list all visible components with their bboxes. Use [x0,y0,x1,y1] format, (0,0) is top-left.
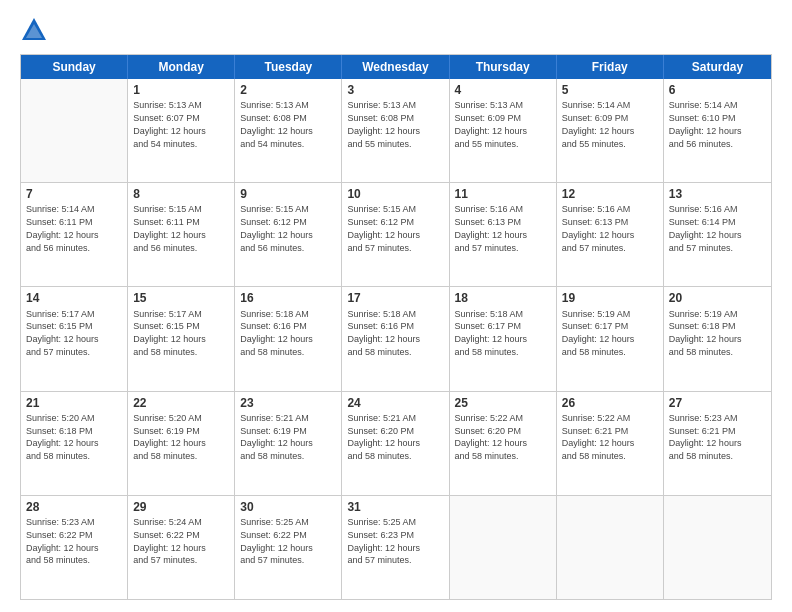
calendar-cell: 16Sunrise: 5:18 AM Sunset: 6:16 PM Dayli… [235,287,342,390]
cell-info: Sunrise: 5:18 AM Sunset: 6:17 PM Dayligh… [455,309,528,357]
calendar-row-5: 28Sunrise: 5:23 AM Sunset: 6:22 PM Dayli… [21,496,771,599]
day-number: 6 [669,82,766,98]
cell-info: Sunrise: 5:20 AM Sunset: 6:18 PM Dayligh… [26,413,99,461]
weekday-header-monday: Monday [128,55,235,79]
weekday-header-tuesday: Tuesday [235,55,342,79]
calendar-row-3: 14Sunrise: 5:17 AM Sunset: 6:15 PM Dayli… [21,287,771,391]
calendar-header: SundayMondayTuesdayWednesdayThursdayFrid… [21,55,771,79]
cell-info: Sunrise: 5:13 AM Sunset: 6:08 PM Dayligh… [240,100,313,148]
cell-info: Sunrise: 5:16 AM Sunset: 6:13 PM Dayligh… [455,204,528,252]
day-number: 1 [133,82,229,98]
calendar-cell: 2Sunrise: 5:13 AM Sunset: 6:08 PM Daylig… [235,79,342,182]
weekday-header-friday: Friday [557,55,664,79]
calendar-cell: 13Sunrise: 5:16 AM Sunset: 6:14 PM Dayli… [664,183,771,286]
day-number: 26 [562,395,658,411]
calendar-cell: 18Sunrise: 5:18 AM Sunset: 6:17 PM Dayli… [450,287,557,390]
day-number: 16 [240,290,336,306]
calendar-cell: 15Sunrise: 5:17 AM Sunset: 6:15 PM Dayli… [128,287,235,390]
calendar-body: 1Sunrise: 5:13 AM Sunset: 6:07 PM Daylig… [21,79,771,599]
day-number: 14 [26,290,122,306]
day-number: 2 [240,82,336,98]
calendar-cell: 19Sunrise: 5:19 AM Sunset: 6:17 PM Dayli… [557,287,664,390]
cell-info: Sunrise: 5:13 AM Sunset: 6:08 PM Dayligh… [347,100,420,148]
calendar-cell: 6Sunrise: 5:14 AM Sunset: 6:10 PM Daylig… [664,79,771,182]
calendar-cell: 14Sunrise: 5:17 AM Sunset: 6:15 PM Dayli… [21,287,128,390]
calendar-cell: 8Sunrise: 5:15 AM Sunset: 6:11 PM Daylig… [128,183,235,286]
calendar-cell: 22Sunrise: 5:20 AM Sunset: 6:19 PM Dayli… [128,392,235,495]
calendar-cell: 17Sunrise: 5:18 AM Sunset: 6:16 PM Dayli… [342,287,449,390]
calendar-cell: 30Sunrise: 5:25 AM Sunset: 6:22 PM Dayli… [235,496,342,599]
cell-info: Sunrise: 5:14 AM Sunset: 6:11 PM Dayligh… [26,204,99,252]
cell-info: Sunrise: 5:15 AM Sunset: 6:12 PM Dayligh… [240,204,313,252]
day-number: 22 [133,395,229,411]
day-number: 9 [240,186,336,202]
calendar-cell: 21Sunrise: 5:20 AM Sunset: 6:18 PM Dayli… [21,392,128,495]
cell-info: Sunrise: 5:19 AM Sunset: 6:17 PM Dayligh… [562,309,635,357]
calendar-cell: 12Sunrise: 5:16 AM Sunset: 6:13 PM Dayli… [557,183,664,286]
calendar-cell: 11Sunrise: 5:16 AM Sunset: 6:13 PM Dayli… [450,183,557,286]
cell-info: Sunrise: 5:18 AM Sunset: 6:16 PM Dayligh… [347,309,420,357]
day-number: 20 [669,290,766,306]
calendar-cell: 7Sunrise: 5:14 AM Sunset: 6:11 PM Daylig… [21,183,128,286]
calendar-cell: 24Sunrise: 5:21 AM Sunset: 6:20 PM Dayli… [342,392,449,495]
cell-info: Sunrise: 5:23 AM Sunset: 6:22 PM Dayligh… [26,517,99,565]
cell-info: Sunrise: 5:13 AM Sunset: 6:09 PM Dayligh… [455,100,528,148]
calendar-row-2: 7Sunrise: 5:14 AM Sunset: 6:11 PM Daylig… [21,183,771,287]
calendar-row-1: 1Sunrise: 5:13 AM Sunset: 6:07 PM Daylig… [21,79,771,183]
day-number: 25 [455,395,551,411]
weekday-header-wednesday: Wednesday [342,55,449,79]
calendar-row-4: 21Sunrise: 5:20 AM Sunset: 6:18 PM Dayli… [21,392,771,496]
day-number: 31 [347,499,443,515]
cell-info: Sunrise: 5:22 AM Sunset: 6:20 PM Dayligh… [455,413,528,461]
cell-info: Sunrise: 5:20 AM Sunset: 6:19 PM Dayligh… [133,413,206,461]
logo-icon [20,16,48,44]
cell-info: Sunrise: 5:15 AM Sunset: 6:11 PM Dayligh… [133,204,206,252]
day-number: 3 [347,82,443,98]
cell-info: Sunrise: 5:16 AM Sunset: 6:13 PM Dayligh… [562,204,635,252]
cell-info: Sunrise: 5:25 AM Sunset: 6:22 PM Dayligh… [240,517,313,565]
calendar-cell [21,79,128,182]
calendar-cell: 20Sunrise: 5:19 AM Sunset: 6:18 PM Dayli… [664,287,771,390]
calendar-cell: 23Sunrise: 5:21 AM Sunset: 6:19 PM Dayli… [235,392,342,495]
weekday-header-saturday: Saturday [664,55,771,79]
calendar-cell [557,496,664,599]
day-number: 23 [240,395,336,411]
day-number: 5 [562,82,658,98]
day-number: 21 [26,395,122,411]
calendar-cell: 28Sunrise: 5:23 AM Sunset: 6:22 PM Dayli… [21,496,128,599]
day-number: 19 [562,290,658,306]
day-number: 4 [455,82,551,98]
cell-info: Sunrise: 5:25 AM Sunset: 6:23 PM Dayligh… [347,517,420,565]
cell-info: Sunrise: 5:19 AM Sunset: 6:18 PM Dayligh… [669,309,742,357]
calendar-cell: 31Sunrise: 5:25 AM Sunset: 6:23 PM Dayli… [342,496,449,599]
cell-info: Sunrise: 5:15 AM Sunset: 6:12 PM Dayligh… [347,204,420,252]
cell-info: Sunrise: 5:24 AM Sunset: 6:22 PM Dayligh… [133,517,206,565]
cell-info: Sunrise: 5:21 AM Sunset: 6:20 PM Dayligh… [347,413,420,461]
cell-info: Sunrise: 5:17 AM Sunset: 6:15 PM Dayligh… [26,309,99,357]
weekday-header-sunday: Sunday [21,55,128,79]
calendar-cell: 4Sunrise: 5:13 AM Sunset: 6:09 PM Daylig… [450,79,557,182]
cell-info: Sunrise: 5:16 AM Sunset: 6:14 PM Dayligh… [669,204,742,252]
cell-info: Sunrise: 5:14 AM Sunset: 6:10 PM Dayligh… [669,100,742,148]
day-number: 10 [347,186,443,202]
day-number: 24 [347,395,443,411]
cell-info: Sunrise: 5:22 AM Sunset: 6:21 PM Dayligh… [562,413,635,461]
calendar-cell [450,496,557,599]
day-number: 30 [240,499,336,515]
calendar-cell: 1Sunrise: 5:13 AM Sunset: 6:07 PM Daylig… [128,79,235,182]
day-number: 29 [133,499,229,515]
day-number: 27 [669,395,766,411]
day-number: 7 [26,186,122,202]
day-number: 11 [455,186,551,202]
cell-info: Sunrise: 5:17 AM Sunset: 6:15 PM Dayligh… [133,309,206,357]
cell-info: Sunrise: 5:21 AM Sunset: 6:19 PM Dayligh… [240,413,313,461]
calendar-cell: 25Sunrise: 5:22 AM Sunset: 6:20 PM Dayli… [450,392,557,495]
cell-info: Sunrise: 5:14 AM Sunset: 6:09 PM Dayligh… [562,100,635,148]
calendar: SundayMondayTuesdayWednesdayThursdayFrid… [20,54,772,600]
day-number: 13 [669,186,766,202]
day-number: 28 [26,499,122,515]
calendar-cell: 3Sunrise: 5:13 AM Sunset: 6:08 PM Daylig… [342,79,449,182]
calendar-cell: 26Sunrise: 5:22 AM Sunset: 6:21 PM Dayli… [557,392,664,495]
day-number: 12 [562,186,658,202]
cell-info: Sunrise: 5:18 AM Sunset: 6:16 PM Dayligh… [240,309,313,357]
